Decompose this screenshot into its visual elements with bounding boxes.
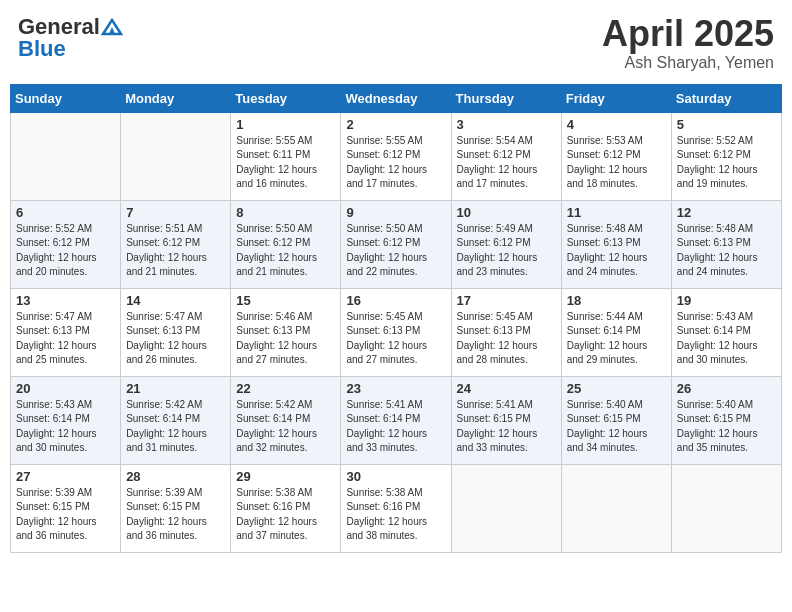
calendar-cell: 19Sunrise: 5:43 AMSunset: 6:14 PMDayligh… (671, 288, 781, 376)
day-number: 17 (457, 293, 556, 308)
day-number: 11 (567, 205, 666, 220)
calendar-cell: 14Sunrise: 5:47 AMSunset: 6:13 PMDayligh… (121, 288, 231, 376)
day-info: Sunrise: 5:50 AMSunset: 6:12 PMDaylight:… (346, 222, 445, 280)
calendar-cell: 10Sunrise: 5:49 AMSunset: 6:12 PMDayligh… (451, 200, 561, 288)
calendar-subtitle: Ash Sharyah, Yemen (602, 54, 774, 72)
day-number: 23 (346, 381, 445, 396)
day-info: Sunrise: 5:38 AMSunset: 6:16 PMDaylight:… (236, 486, 335, 544)
weekday-header-tuesday: Tuesday (231, 84, 341, 112)
calendar-title: April 2025 (602, 14, 774, 54)
day-number: 28 (126, 469, 225, 484)
day-info: Sunrise: 5:55 AMSunset: 6:11 PMDaylight:… (236, 134, 335, 192)
day-info: Sunrise: 5:41 AMSunset: 6:15 PMDaylight:… (457, 398, 556, 456)
calendar-cell: 25Sunrise: 5:40 AMSunset: 6:15 PMDayligh… (561, 376, 671, 464)
calendar-cell: 30Sunrise: 5:38 AMSunset: 6:16 PMDayligh… (341, 464, 451, 552)
calendar-cell: 20Sunrise: 5:43 AMSunset: 6:14 PMDayligh… (11, 376, 121, 464)
calendar-week-row: 6Sunrise: 5:52 AMSunset: 6:12 PMDaylight… (11, 200, 782, 288)
day-number: 13 (16, 293, 115, 308)
day-info: Sunrise: 5:53 AMSunset: 6:12 PMDaylight:… (567, 134, 666, 192)
day-number: 20 (16, 381, 115, 396)
page-header: General Blue April 2025 Ash Sharyah, Yem… (10, 10, 782, 76)
day-number: 5 (677, 117, 776, 132)
weekday-header-sunday: Sunday (11, 84, 121, 112)
calendar-cell: 24Sunrise: 5:41 AMSunset: 6:15 PMDayligh… (451, 376, 561, 464)
day-number: 24 (457, 381, 556, 396)
day-info: Sunrise: 5:39 AMSunset: 6:15 PMDaylight:… (16, 486, 115, 544)
day-info: Sunrise: 5:49 AMSunset: 6:12 PMDaylight:… (457, 222, 556, 280)
calendar-cell: 15Sunrise: 5:46 AMSunset: 6:13 PMDayligh… (231, 288, 341, 376)
weekday-header-saturday: Saturday (671, 84, 781, 112)
calendar-cell: 4Sunrise: 5:53 AMSunset: 6:12 PMDaylight… (561, 112, 671, 200)
calendar-cell (451, 464, 561, 552)
logo: General Blue (18, 14, 124, 62)
day-number: 8 (236, 205, 335, 220)
weekday-header-thursday: Thursday (451, 84, 561, 112)
day-info: Sunrise: 5:48 AMSunset: 6:13 PMDaylight:… (567, 222, 666, 280)
day-number: 3 (457, 117, 556, 132)
day-info: Sunrise: 5:42 AMSunset: 6:14 PMDaylight:… (236, 398, 335, 456)
day-info: Sunrise: 5:43 AMSunset: 6:14 PMDaylight:… (16, 398, 115, 456)
calendar-week-row: 27Sunrise: 5:39 AMSunset: 6:15 PMDayligh… (11, 464, 782, 552)
calendar-cell: 26Sunrise: 5:40 AMSunset: 6:15 PMDayligh… (671, 376, 781, 464)
logo-blue: Blue (18, 36, 66, 62)
day-info: Sunrise: 5:44 AMSunset: 6:14 PMDaylight:… (567, 310, 666, 368)
calendar-cell: 22Sunrise: 5:42 AMSunset: 6:14 PMDayligh… (231, 376, 341, 464)
calendar-cell (121, 112, 231, 200)
calendar-cell: 27Sunrise: 5:39 AMSunset: 6:15 PMDayligh… (11, 464, 121, 552)
day-number: 22 (236, 381, 335, 396)
day-number: 27 (16, 469, 115, 484)
day-info: Sunrise: 5:45 AMSunset: 6:13 PMDaylight:… (346, 310, 445, 368)
weekday-header-friday: Friday (561, 84, 671, 112)
day-info: Sunrise: 5:42 AMSunset: 6:14 PMDaylight:… (126, 398, 225, 456)
calendar-cell: 9Sunrise: 5:50 AMSunset: 6:12 PMDaylight… (341, 200, 451, 288)
day-info: Sunrise: 5:51 AMSunset: 6:12 PMDaylight:… (126, 222, 225, 280)
calendar-cell: 28Sunrise: 5:39 AMSunset: 6:15 PMDayligh… (121, 464, 231, 552)
day-info: Sunrise: 5:40 AMSunset: 6:15 PMDaylight:… (567, 398, 666, 456)
day-info: Sunrise: 5:40 AMSunset: 6:15 PMDaylight:… (677, 398, 776, 456)
day-info: Sunrise: 5:52 AMSunset: 6:12 PMDaylight:… (677, 134, 776, 192)
day-number: 16 (346, 293, 445, 308)
day-number: 18 (567, 293, 666, 308)
day-number: 1 (236, 117, 335, 132)
calendar-cell: 8Sunrise: 5:50 AMSunset: 6:12 PMDaylight… (231, 200, 341, 288)
day-info: Sunrise: 5:38 AMSunset: 6:16 PMDaylight:… (346, 486, 445, 544)
calendar-cell: 2Sunrise: 5:55 AMSunset: 6:12 PMDaylight… (341, 112, 451, 200)
calendar-week-row: 20Sunrise: 5:43 AMSunset: 6:14 PMDayligh… (11, 376, 782, 464)
calendar-cell: 23Sunrise: 5:41 AMSunset: 6:14 PMDayligh… (341, 376, 451, 464)
calendar-cell: 3Sunrise: 5:54 AMSunset: 6:12 PMDaylight… (451, 112, 561, 200)
weekday-header-wednesday: Wednesday (341, 84, 451, 112)
calendar-cell: 5Sunrise: 5:52 AMSunset: 6:12 PMDaylight… (671, 112, 781, 200)
day-info: Sunrise: 5:48 AMSunset: 6:13 PMDaylight:… (677, 222, 776, 280)
day-number: 7 (126, 205, 225, 220)
calendar-cell: 17Sunrise: 5:45 AMSunset: 6:13 PMDayligh… (451, 288, 561, 376)
calendar-cell: 29Sunrise: 5:38 AMSunset: 6:16 PMDayligh… (231, 464, 341, 552)
day-number: 21 (126, 381, 225, 396)
calendar-cell: 13Sunrise: 5:47 AMSunset: 6:13 PMDayligh… (11, 288, 121, 376)
day-info: Sunrise: 5:54 AMSunset: 6:12 PMDaylight:… (457, 134, 556, 192)
day-info: Sunrise: 5:47 AMSunset: 6:13 PMDaylight:… (126, 310, 225, 368)
calendar-cell: 18Sunrise: 5:44 AMSunset: 6:14 PMDayligh… (561, 288, 671, 376)
calendar-cell: 1Sunrise: 5:55 AMSunset: 6:11 PMDaylight… (231, 112, 341, 200)
calendar-table: SundayMondayTuesdayWednesdayThursdayFrid… (10, 84, 782, 553)
day-number: 12 (677, 205, 776, 220)
calendar-week-row: 1Sunrise: 5:55 AMSunset: 6:11 PMDaylight… (11, 112, 782, 200)
day-number: 6 (16, 205, 115, 220)
day-info: Sunrise: 5:47 AMSunset: 6:13 PMDaylight:… (16, 310, 115, 368)
day-number: 29 (236, 469, 335, 484)
calendar-cell: 6Sunrise: 5:52 AMSunset: 6:12 PMDaylight… (11, 200, 121, 288)
day-info: Sunrise: 5:43 AMSunset: 6:14 PMDaylight:… (677, 310, 776, 368)
calendar-cell: 7Sunrise: 5:51 AMSunset: 6:12 PMDaylight… (121, 200, 231, 288)
day-number: 10 (457, 205, 556, 220)
day-number: 15 (236, 293, 335, 308)
day-info: Sunrise: 5:41 AMSunset: 6:14 PMDaylight:… (346, 398, 445, 456)
calendar-cell (11, 112, 121, 200)
day-number: 14 (126, 293, 225, 308)
calendar-week-row: 13Sunrise: 5:47 AMSunset: 6:13 PMDayligh… (11, 288, 782, 376)
logo-icon (101, 18, 123, 36)
day-number: 2 (346, 117, 445, 132)
weekday-header-monday: Monday (121, 84, 231, 112)
calendar-cell: 21Sunrise: 5:42 AMSunset: 6:14 PMDayligh… (121, 376, 231, 464)
calendar-cell (671, 464, 781, 552)
day-number: 4 (567, 117, 666, 132)
svg-marker-1 (109, 27, 115, 34)
